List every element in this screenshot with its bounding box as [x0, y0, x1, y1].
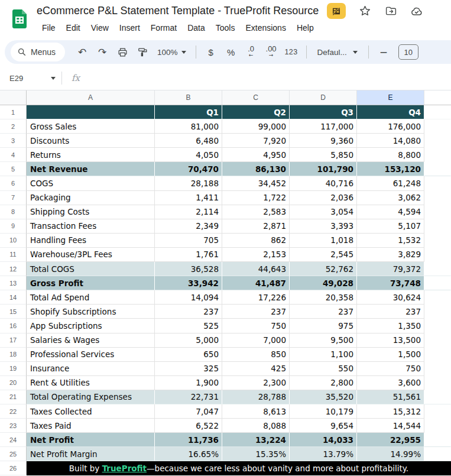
cell-C15[interactable]: 237 [222, 305, 290, 319]
cell-E12[interactable]: 79,372 [357, 262, 424, 276]
cell-A23[interactable]: Taxes Paid [27, 419, 155, 433]
cell-A18[interactable]: Professional Services [27, 348, 155, 362]
row-header-3[interactable]: 3 [0, 134, 27, 148]
menu-extensions[interactable]: Extensions [240, 22, 291, 34]
row-header-17[interactable]: 17 [0, 333, 27, 348]
formula-input[interactable] [80, 66, 451, 90]
cell-B6[interactable]: 28,188 [155, 176, 222, 190]
cell-A21[interactable]: Total Operating Expenses [27, 390, 155, 404]
cell-E22[interactable]: 15,312 [357, 404, 424, 419]
cell-C13[interactable]: 41,487 [222, 276, 290, 290]
cell-C25[interactable]: 15.35% [222, 447, 290, 461]
zoom-select[interactable]: 100% [154, 43, 190, 61]
cell-D25[interactable]: 13.79% [290, 447, 357, 461]
cell-B20[interactable]: 1,900 [155, 376, 222, 390]
cell-A4[interactable]: Returns [27, 148, 155, 162]
menu-view[interactable]: View [86, 22, 114, 34]
column-header-E[interactable]: E [357, 90, 424, 105]
cell-C14[interactable]: 17,226 [222, 290, 290, 305]
cell-E20[interactable]: 3,600 [357, 376, 424, 390]
row-header-15[interactable]: 15 [0, 305, 27, 319]
cell-A20[interactable]: Rent & Utilities [27, 376, 155, 390]
cell-D16[interactable]: 975 [290, 319, 357, 333]
row-header-19[interactable]: 19 [0, 362, 27, 376]
cell-E5[interactable]: 153,120 [357, 162, 424, 176]
cell-B21[interactable]: 22,731 [155, 390, 222, 404]
row-header-12[interactable]: 12 [0, 262, 27, 276]
row-header-21[interactable]: 21 [0, 390, 27, 404]
cell-E14[interactable]: 30,624 [357, 290, 424, 305]
cell-E10[interactable]: 1,532 [357, 234, 424, 248]
menu-edit[interactable]: Edit [61, 22, 86, 34]
cell-E9[interactable]: 5,107 [357, 219, 424, 234]
cell-D1[interactable]: Q3 [290, 105, 357, 119]
cell-A6[interactable]: COGS [27, 176, 155, 190]
menus-search-button[interactable]: Menus [11, 43, 65, 61]
cell-B11[interactable]: 1,761 [155, 248, 222, 262]
cell-B24[interactable]: 11,736 [155, 433, 222, 447]
cell-E8[interactable]: 4,594 [357, 205, 424, 219]
row-header-7[interactable]: 7 [0, 191, 27, 205]
decrease-decimal-button[interactable]: .0 ← [242, 43, 260, 61]
row-header-8[interactable]: 8 [0, 205, 27, 219]
cell-B8[interactable]: 2,114 [155, 205, 222, 219]
cell-D24[interactable]: 14,033 [290, 433, 357, 447]
cell-C10[interactable]: 862 [222, 234, 290, 248]
star-icon[interactable] [358, 4, 372, 18]
cell-B10[interactable]: 705 [155, 234, 222, 248]
cell-D7[interactable]: 2,036 [290, 191, 357, 205]
row-header-20[interactable]: 20 [0, 376, 27, 390]
cell-D20[interactable]: 2,800 [290, 376, 357, 390]
cell-C24[interactable]: 13,224 [222, 433, 290, 447]
cell-C8[interactable]: 2,583 [222, 205, 290, 219]
cell-D21[interactable]: 35,520 [290, 390, 357, 404]
more-formats-button[interactable]: 123 [283, 43, 300, 61]
format-currency-button[interactable]: $ [202, 43, 220, 61]
cell-B17[interactable]: 5,000 [155, 333, 222, 348]
cell-B13[interactable]: 33,942 [155, 276, 222, 290]
row-header-26[interactable]: 26 [0, 461, 27, 475]
cell-A5[interactable]: Net Revenue [27, 162, 155, 176]
cell-B4[interactable]: 4,050 [155, 148, 222, 162]
cell-C22[interactable]: 8,613 [222, 404, 290, 419]
cell-B15[interactable]: 237 [155, 305, 222, 319]
footer-trueprofit-link[interactable]: TrueProfit [102, 464, 147, 473]
cell-A3[interactable]: Discounts [27, 134, 155, 148]
cell-A14[interactable]: Total Ad Spend [27, 290, 155, 305]
row-header-1[interactable]: 1 [0, 105, 27, 119]
cell-D23[interactable]: 9,654 [290, 419, 357, 433]
row-header-22[interactable]: 22 [0, 404, 27, 419]
cell-A16[interactable]: App Subscriptions [27, 319, 155, 333]
move-folder-icon[interactable] [384, 4, 398, 18]
cell-D22[interactable]: 10,179 [290, 404, 357, 419]
menu-tools[interactable]: Tools [210, 22, 241, 34]
cloud-status-icon[interactable] [410, 4, 424, 18]
menu-insert[interactable]: Insert [114, 22, 145, 34]
cell-name-box[interactable]: E29 [0, 74, 61, 83]
cell-C18[interactable]: 850 [222, 348, 290, 362]
cell-A10[interactable]: Handling Fees [27, 234, 155, 248]
cell-C17[interactable]: 7,000 [222, 333, 290, 348]
menu-file[interactable]: File [37, 22, 61, 34]
cell-B19[interactable]: 325 [155, 362, 222, 376]
column-header-D[interactable]: D [290, 90, 357, 105]
cell-E17[interactable]: 13,500 [357, 333, 424, 348]
format-percent-button[interactable]: % [222, 43, 240, 61]
cell-B23[interactable]: 6,522 [155, 419, 222, 433]
cell-B9[interactable]: 2,349 [155, 219, 222, 234]
cell-E24[interactable]: 22,955 [357, 433, 424, 447]
cell-C9[interactable]: 2,871 [222, 219, 290, 234]
row-header-10[interactable]: 10 [0, 234, 27, 248]
redo-button[interactable]: ↷ [93, 43, 111, 61]
cell-A17[interactable]: Salaries & Wages [27, 333, 155, 348]
cell-D10[interactable]: 1,018 [290, 234, 357, 248]
cell-D2[interactable]: 117,000 [290, 119, 357, 134]
column-header-B[interactable]: B [155, 90, 222, 105]
cell-E16[interactable]: 1,350 [357, 319, 424, 333]
select-all-corner[interactable] [0, 90, 27, 105]
cell-A13[interactable]: Gross Profit [27, 276, 155, 290]
cell-D17[interactable]: 9,500 [290, 333, 357, 348]
cell-A1[interactable] [27, 105, 155, 119]
menu-format[interactable]: Format [145, 22, 182, 34]
cell-C16[interactable]: 750 [222, 319, 290, 333]
